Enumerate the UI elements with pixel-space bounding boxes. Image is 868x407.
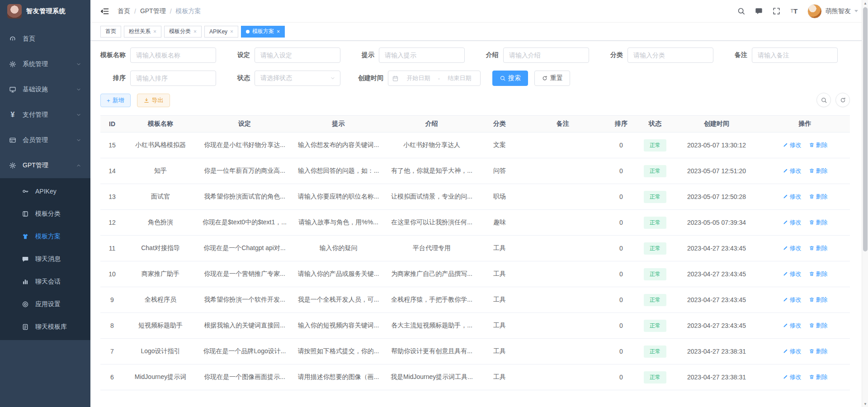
delete-link[interactable]: 删除: [809, 270, 828, 278]
cell: 工具: [479, 322, 520, 330]
vertical-scrollbar[interactable]: ▲ ▼: [862, 0, 868, 407]
tab-首页[interactable]: 首页: [100, 26, 121, 38]
sidebar-item-chat-message[interactable]: 聊天消息: [0, 248, 90, 270]
filter-status: 状态 请选择状态: [234, 71, 340, 86]
sidebar-item-infrastructure[interactable]: 基础设施: [0, 77, 90, 102]
filter-label: 提示: [358, 51, 379, 59]
status-select[interactable]: 请选择状态: [255, 71, 340, 86]
sidebar-item-payment[interactable]: ¥支付管理: [0, 102, 90, 128]
fullscreen-icon[interactable]: [772, 7, 781, 15]
close-icon[interactable]: ×: [277, 29, 280, 34]
sidebar-item-home[interactable]: 首页: [0, 26, 90, 52]
close-icon[interactable]: ×: [153, 29, 156, 34]
edit-link[interactable]: 修改: [783, 167, 802, 175]
filter-input-设定[interactable]: [255, 47, 340, 63]
toggle-search-button[interactable]: [816, 93, 831, 107]
sidebar-item-system[interactable]: 系统管理: [0, 52, 90, 77]
cell: 0: [605, 296, 637, 303]
column-header-状态: 状态: [637, 120, 673, 128]
breadcrumb-item: 模板方案: [176, 7, 201, 15]
cell: 角色扮演: [124, 218, 197, 227]
cell: 请输入故事与角色，用%%...: [292, 218, 385, 227]
cell: 让模拟面试情景，专业的问...: [385, 193, 479, 201]
close-icon[interactable]: ×: [230, 29, 233, 34]
tab-label: 首页: [105, 28, 116, 35]
scroll-down-arrow[interactable]: ▼: [862, 401, 868, 407]
delete-link[interactable]: 删除: [809, 218, 828, 227]
status-badge: 正常: [644, 345, 666, 358]
add-button[interactable]: + 新增: [100, 94, 131, 107]
sidebar-collapse-icon[interactable]: [100, 7, 109, 16]
sidebar-item-chat-session[interactable]: 聊天会话: [0, 270, 90, 293]
tab-APIKey[interactable]: APIKey×: [204, 26, 238, 38]
edit-link[interactable]: 修改: [783, 347, 802, 355]
breadcrumb: 首页/GPT管理/模板方案: [118, 7, 201, 15]
edit-link[interactable]: 修改: [783, 322, 802, 330]
delete-link[interactable]: 删除: [809, 322, 828, 330]
edit-link[interactable]: 修改: [783, 296, 802, 304]
edit-link[interactable]: 修改: [783, 270, 802, 278]
filter-row-1: 模板名称设定提示介绍分类备注: [100, 47, 850, 63]
delete-link[interactable]: 删除: [809, 296, 828, 304]
breadcrumb-item[interactable]: 首页: [118, 7, 130, 15]
refresh-button[interactable]: [835, 93, 850, 107]
filter-row-2: 排序 状态 请选择状态 创建时间 开始日期 - 结束日期: [100, 70, 850, 86]
tab-粉丝关系[interactable]: 粉丝关系×: [124, 26, 161, 38]
edit-link[interactable]: 修改: [783, 244, 802, 252]
sort-input[interactable]: [130, 71, 216, 86]
table-row: 13面试官我希望你扮演面试官的角色...请输入你要应聘的职位名称...让模拟面试…: [100, 184, 850, 210]
sidebar-item-app-settings[interactable]: 应用设置: [0, 293, 90, 316]
app-title: 智友管理系统: [26, 7, 66, 15]
cell: 12: [100, 219, 124, 226]
cell: 输入你想回答的问题，如：...: [292, 167, 385, 175]
cell-ops: 修改删除: [760, 218, 850, 227]
cell: 小红书风格模拟器: [124, 141, 197, 149]
cell-status: 正常: [637, 294, 673, 306]
edit-link[interactable]: 修改: [783, 193, 802, 201]
status-badge: 正常: [644, 217, 666, 229]
delete-link[interactable]: 删除: [809, 193, 828, 201]
delete-link[interactable]: 删除: [809, 244, 828, 252]
filter-input-分类[interactable]: [627, 47, 713, 63]
breadcrumb-item[interactable]: GPT管理: [140, 7, 166, 15]
delete-link[interactable]: 删除: [809, 373, 828, 381]
cell: Chat对接指导: [124, 244, 197, 252]
edit-link[interactable]: 修改: [783, 373, 802, 381]
reset-button[interactable]: 重置: [534, 71, 570, 86]
filter-input-模板名称[interactable]: [130, 47, 216, 63]
filter-input-提示[interactable]: [379, 47, 465, 63]
filter-input-介绍[interactable]: [503, 47, 589, 63]
table-header: ID模板名称设定提示介绍分类备注排序状态创建时间操作: [100, 115, 850, 133]
user-dropdown[interactable]: 萌熊智友: [807, 4, 858, 19]
edit-link[interactable]: 修改: [783, 218, 802, 227]
tab-模板分类[interactable]: 模板分类×: [164, 26, 202, 38]
cell-status: 正常: [637, 320, 673, 332]
sidebar-item-gpt[interactable]: GPT管理: [0, 153, 90, 178]
search-button[interactable]: 搜索: [492, 71, 528, 86]
cell: 有了他，你就是知乎大神，...: [385, 167, 479, 175]
sidebar-item-member[interactable]: 会员管理: [0, 128, 90, 153]
delete-link[interactable]: 删除: [809, 141, 828, 149]
sidebar-item-apikey[interactable]: APIKey: [0, 180, 90, 203]
delete-link[interactable]: 删除: [809, 167, 828, 175]
tab-模板方案[interactable]: 模板方案×: [241, 26, 285, 38]
sidebar-item-chat-template-lib[interactable]: 聊天模板库: [0, 316, 90, 338]
cell: 0: [605, 193, 637, 200]
cell: 你现在是一个Chatgpt api对...: [197, 244, 292, 252]
message-icon[interactable]: [755, 7, 763, 15]
edit-link[interactable]: 修改: [783, 141, 802, 149]
sidebar-item-template-plan[interactable]: 模板方案: [0, 225, 90, 248]
scrollbar-thumb[interactable]: [863, 7, 868, 251]
scroll-up-arrow[interactable]: ▲: [862, 0, 868, 6]
sidebar-item-template-category[interactable]: 模板分类: [0, 203, 90, 225]
date-range-picker[interactable]: 开始日期 - 结束日期: [388, 71, 481, 86]
font-size-icon[interactable]: TT: [790, 7, 798, 15]
search-icon[interactable]: [737, 7, 745, 15]
filter-input-备注[interactable]: [752, 47, 838, 63]
delete-link[interactable]: 删除: [809, 347, 828, 355]
export-button[interactable]: 导出: [137, 94, 170, 107]
cell: 请按照如下格式提交，你的...: [292, 347, 385, 355]
column-header-模板名称: 模板名称: [124, 120, 197, 128]
cell-status: 正常: [637, 345, 673, 358]
close-icon[interactable]: ×: [193, 29, 197, 34]
